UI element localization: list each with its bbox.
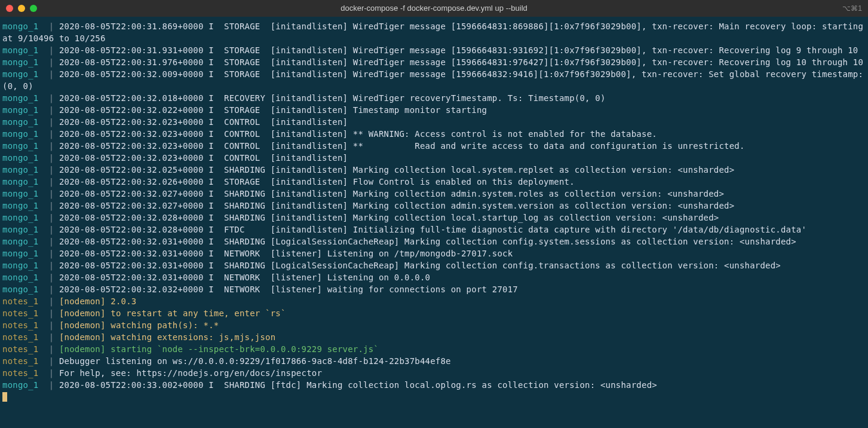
- log-text: 2020-08-05T22:00:32.027+0000 I SHARDING …: [59, 201, 734, 210]
- log-text: 2020-08-05T22:00:32.031+0000 I SHARDING …: [59, 237, 796, 246]
- nodemon-tag: [nodemon]: [59, 296, 106, 306]
- log-line: mongo_1 | 2020-08-05T22:00:31.869+0000 I…: [2, 20, 866, 44]
- log-text: 2020-08-05T22:00:32.026+0000 I STORAGE […: [59, 177, 575, 187]
- service-name: mongo_1: [2, 93, 49, 103]
- log-text: 2020-08-05T22:00:33.002+0000 I SHARDING …: [59, 380, 657, 390]
- separator: |: [49, 189, 54, 198]
- log-line: notes_1 | [nodemon] to restart at any ti…: [2, 307, 866, 319]
- separator: |: [49, 237, 54, 246]
- service-name: notes_1: [2, 320, 49, 330]
- log-line: mongo_1 | 2020-08-05T22:00:32.031+0000 I…: [2, 259, 866, 271]
- log-line: mongo_1 | 2020-08-05T22:00:32.026+0000 I…: [2, 176, 866, 188]
- log-text: For help, see: https://nodejs.org/en/doc…: [59, 368, 322, 378]
- terminal-output[interactable]: mongo_1 | 2020-08-05T22:00:31.869+0000 I…: [0, 17, 868, 405]
- log-text: watching extensions: js,mjs,json: [106, 332, 276, 342]
- separator: |: [49, 153, 54, 163]
- service-name: mongo_1: [2, 261, 49, 270]
- close-icon[interactable]: [6, 5, 13, 12]
- log-text: 2020-08-05T22:00:32.023+0000 I CONTROL […: [59, 129, 657, 139]
- separator: |: [49, 344, 54, 354]
- log-line: mongo_1 | 2020-08-05T22:00:32.027+0000 I…: [2, 200, 866, 212]
- log-text: 2020-08-05T22:00:32.027+0000 I SHARDING …: [59, 189, 724, 198]
- log-line: mongo_1 | 2020-08-05T22:00:32.028+0000 I…: [2, 212, 866, 224]
- service-name: mongo_1: [2, 285, 49, 294]
- window-title: docker-compose -f docker-compose.dev.yml…: [0, 2, 868, 14]
- service-name: mongo_1: [2, 153, 49, 163]
- log-line: notes_1 | Debugger listening on ws://0.0…: [2, 355, 866, 367]
- separator: |: [49, 45, 54, 55]
- service-name: mongo_1: [2, 201, 49, 210]
- separator: |: [49, 129, 54, 139]
- separator: |: [49, 249, 54, 258]
- log-text: starting `node --inspect-brk=0.0.0.0:922…: [106, 344, 379, 354]
- service-name: mongo_1: [2, 105, 49, 115]
- service-name: notes_1: [2, 344, 49, 354]
- service-name: mongo_1: [2, 237, 49, 246]
- log-text: 2020-08-05T22:00:32.031+0000 I NETWORK […: [59, 249, 513, 258]
- traffic-lights: [6, 5, 37, 12]
- log-text: 2020-08-05T22:00:31.869+0000 I STORAGE […: [2, 22, 868, 43]
- separator: |: [49, 332, 54, 342]
- separator: |: [49, 105, 54, 115]
- log-text: 2020-08-05T22:00:32.025+0000 I SHARDING …: [59, 165, 734, 175]
- log-line: mongo_1 | 2020-08-05T22:00:32.028+0000 I…: [2, 224, 866, 236]
- separator: |: [49, 57, 54, 67]
- separator: |: [49, 177, 54, 187]
- log-line: mongo_1 | 2020-08-05T22:00:32.023+0000 I…: [2, 140, 866, 152]
- log-line: mongo_1 | 2020-08-05T22:00:33.002+0000 I…: [2, 379, 866, 391]
- service-name: notes_1: [2, 308, 49, 318]
- log-text: 2020-08-05T22:00:32.023+0000 I CONTROL […: [59, 153, 348, 163]
- log-text: watching path(s): *.*: [106, 320, 219, 330]
- log-text: 2020-08-05T22:00:32.023+0000 I CONTROL […: [59, 141, 745, 151]
- maximize-icon[interactable]: [30, 5, 37, 12]
- separator: |: [49, 356, 54, 366]
- separator: |: [49, 320, 54, 330]
- separator: |: [49, 380, 54, 390]
- log-line: mongo_1 | 2020-08-05T22:00:32.022+0000 I…: [2, 104, 866, 116]
- service-name: mongo_1: [2, 22, 49, 31]
- separator: |: [49, 117, 54, 127]
- service-name: notes_1: [2, 356, 49, 366]
- separator: |: [49, 213, 54, 222]
- log-line: mongo_1 | 2020-08-05T22:00:32.023+0000 I…: [2, 152, 866, 164]
- service-name: mongo_1: [2, 213, 49, 222]
- log-line: mongo_1 | 2020-08-05T22:00:32.031+0000 I…: [2, 247, 866, 259]
- window-shortcut-hint: ⌥⌘1: [842, 2, 862, 14]
- service-name: mongo_1: [2, 57, 49, 67]
- log-line: mongo_1 | 2020-08-05T22:00:32.031+0000 I…: [2, 271, 866, 283]
- separator: |: [49, 69, 54, 79]
- service-name: mongo_1: [2, 165, 49, 175]
- separator: |: [49, 285, 54, 294]
- minimize-icon[interactable]: [18, 5, 25, 12]
- separator: |: [49, 165, 54, 175]
- service-name: mongo_1: [2, 225, 49, 234]
- separator: |: [49, 261, 54, 270]
- separator: |: [49, 273, 54, 282]
- nodemon-tag: [nodemon]: [59, 332, 106, 342]
- log-text: 2020-08-05T22:00:32.031+0000 I NETWORK […: [59, 273, 430, 282]
- log-text: 2020-08-05T22:00:32.031+0000 I SHARDING …: [59, 261, 781, 270]
- log-line: mongo_1 | 2020-08-05T22:00:32.032+0000 I…: [2, 283, 866, 295]
- service-name: mongo_1: [2, 129, 49, 139]
- log-line: mongo_1 | 2020-08-05T22:00:32.023+0000 I…: [2, 128, 866, 140]
- log-line: mongo_1 | 2020-08-05T22:00:32.031+0000 I…: [2, 236, 866, 247]
- log-text: 2020-08-05T22:00:32.018+0000 I RECOVERY …: [59, 93, 606, 103]
- log-line: notes_1 | [nodemon] starting `node --ins…: [2, 343, 866, 355]
- separator: |: [49, 308, 54, 318]
- log-line: notes_1 | [nodemon] watching path(s): *.…: [2, 319, 866, 331]
- log-text: 2020-08-05T22:00:32.032+0000 I NETWORK […: [59, 285, 518, 294]
- service-name: mongo_1: [2, 273, 49, 282]
- separator: |: [49, 368, 54, 378]
- separator: |: [49, 296, 54, 306]
- log-line: mongo_1 | 2020-08-05T22:00:32.023+0000 I…: [2, 116, 866, 128]
- log-line: notes_1 | [nodemon] watching extensions:…: [2, 331, 866, 343]
- log-line: mongo_1 | 2020-08-05T22:00:32.009+0000 I…: [2, 68, 866, 92]
- service-name: mongo_1: [2, 45, 49, 55]
- log-line: mongo_1 | 2020-08-05T22:00:31.931+0000 I…: [2, 44, 866, 56]
- service-name: mongo_1: [2, 117, 49, 127]
- service-name: mongo_1: [2, 380, 49, 390]
- service-name: notes_1: [2, 368, 49, 378]
- nodemon-tag: [nodemon]: [59, 308, 106, 318]
- nodemon-tag: [nodemon]: [59, 344, 106, 354]
- service-name: mongo_1: [2, 189, 49, 198]
